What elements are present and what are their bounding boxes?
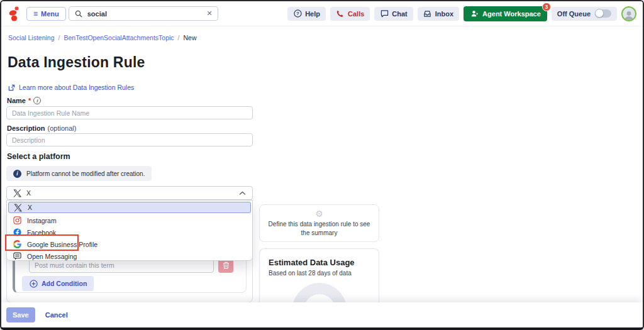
estimated-data-usage-card: Estimated Data Usage Based on last 28 da… [259, 248, 379, 304]
agent-workspace-label: Agent Workspace [482, 10, 541, 18]
description-label: Description (optional) [7, 124, 76, 132]
platform-option-google-business-profile[interactable]: Google Business Profile [7, 238, 252, 250]
calls-label: Calls [348, 10, 364, 18]
option-label: Facebook [27, 229, 56, 236]
platform-options-list: X Instagram Facebook Google Business Pro… [6, 200, 253, 261]
off-queue-control: Off Queue [552, 7, 617, 21]
app-window: ≡ Menu ✕ ? Help Calls [0, 0, 644, 330]
inbox-icon [423, 9, 432, 18]
inbox-button[interactable]: Inbox [418, 7, 459, 21]
platform-option-facebook[interactable]: Facebook [7, 226, 252, 238]
platform-selected-label: X [26, 189, 31, 197]
optional-suffix: (optional) [48, 124, 77, 132]
page-title: Data Ingestion Rule [8, 54, 145, 71]
name-input[interactable] [6, 106, 253, 119]
gear-icon: ⚙ [315, 209, 323, 218]
breadcrumb-separator: / [58, 34, 60, 41]
add-condition-label: Add Condition [42, 280, 87, 287]
external-link-icon [7, 83, 16, 92]
plus-circle-icon [29, 279, 38, 288]
help-button[interactable]: ? Help [287, 7, 326, 21]
option-label: Google Business Profile [27, 241, 97, 248]
save-button[interactable]: Save [6, 307, 35, 322]
option-label: X [28, 204, 32, 211]
option-label: Instagram [27, 217, 57, 224]
breadcrumb: Social Listening / BenTestOpenSocialAtta… [8, 34, 197, 41]
info-filled-icon: i [13, 170, 21, 178]
top-actions: ? Help Calls Chat Inbox [287, 6, 636, 21]
phone-icon [336, 9, 345, 18]
trash-icon [223, 261, 230, 269]
description-input[interactable] [6, 133, 253, 146]
breadcrumb-topic[interactable]: BenTestOpenSocialAttachmentsTopic [64, 34, 174, 41]
google-icon [13, 240, 21, 249]
notification-badge: 3 [542, 3, 551, 11]
open-messaging-icon [13, 252, 21, 261]
info-icon: i [33, 97, 41, 104]
inbox-label: Inbox [435, 10, 453, 18]
footer-bar: Save Cancel [1, 302, 643, 327]
learn-more-link[interactable]: Learn more about Data Ingestion Rules [7, 83, 134, 92]
summary-empty-card: ⚙ Define this data ingestion rule to see… [259, 204, 379, 242]
cancel-button[interactable]: Cancel [45, 311, 68, 319]
breadcrumb-current: New [184, 34, 197, 41]
platform-option-instagram[interactable]: Instagram [7, 214, 252, 226]
avatar[interactable] [621, 6, 636, 21]
breadcrumb-separator: / [178, 34, 180, 41]
platform-notice-banner: i Platform cannot be modified after crea… [6, 166, 152, 181]
close-icon[interactable]: ✕ [207, 10, 213, 17]
facebook-icon [13, 228, 21, 237]
platform-select[interactable]: X [6, 186, 253, 200]
svg-text:?: ? [296, 11, 299, 16]
search-icon [74, 9, 83, 18]
hamburger-icon: ≡ [33, 10, 38, 18]
usage-gauge [282, 283, 357, 304]
usage-subtitle: Based on last 28 days of data [269, 270, 370, 277]
platform-option-x[interactable]: X [8, 202, 251, 213]
top-bar: ≡ Menu ✕ ? Help Calls [1, 1, 643, 26]
calls-button[interactable]: Calls [330, 7, 370, 21]
breadcrumb-social-listening[interactable]: Social Listening [8, 34, 55, 41]
search-input[interactable] [87, 10, 203, 18]
chat-button[interactable]: Chat [374, 7, 413, 21]
x-logo-icon [13, 203, 22, 212]
name-label-text: Name [7, 97, 26, 104]
add-condition-button[interactable]: Add Condition [22, 276, 94, 291]
option-label: Open Messaging [27, 253, 77, 260]
person-icon [470, 9, 479, 18]
learn-more-label: Learn more about Data Ingestion Rules [19, 84, 134, 91]
description-label-text: Description [7, 124, 45, 132]
name-label: Name * i [7, 97, 41, 104]
help-icon: ? [293, 9, 302, 18]
chat-label: Chat [392, 10, 407, 18]
chevron-up-icon [238, 189, 247, 197]
summary-empty-text: Define this data ingestion rule to see t… [266, 220, 373, 237]
menu-button[interactable]: ≡ Menu [26, 7, 66, 21]
x-logo-icon [13, 189, 21, 197]
instagram-icon [13, 216, 21, 225]
help-label: Help [305, 10, 320, 18]
platform-option-open-messaging[interactable]: Open Messaging [7, 250, 252, 262]
off-queue-toggle[interactable] [595, 9, 611, 18]
off-queue-label: Off Queue [557, 10, 591, 18]
platform-heading: Select a platform [7, 152, 70, 161]
toggle-knob [595, 9, 604, 18]
menu-label: Menu [41, 10, 59, 18]
required-mark: * [28, 97, 31, 104]
agent-workspace-button[interactable]: Agent Workspace 3 [464, 6, 547, 21]
usage-title: Estimated Data Usage [269, 258, 370, 267]
platform-notice-text: Platform cannot be modified after creati… [26, 170, 145, 177]
chat-icon [380, 9, 389, 18]
genesys-logo-icon [8, 6, 20, 22]
global-search: ✕ [69, 6, 218, 21]
